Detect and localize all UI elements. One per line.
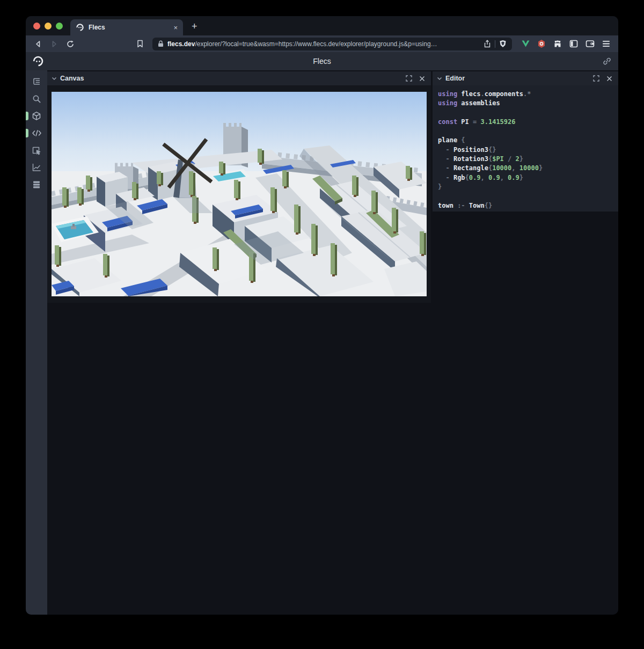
canvas-panel: Canvas bbox=[47, 71, 431, 302]
editor-panel: Editor using flecs.components.*using ass… bbox=[433, 71, 618, 212]
tab-flecs[interactable]: Flecs × bbox=[70, 19, 183, 35]
fullscreen-icon[interactable] bbox=[404, 74, 414, 83]
url-path: /explorer/?local=true&wasm=https://www.f… bbox=[195, 40, 437, 48]
fullscreen-icon[interactable] bbox=[591, 74, 601, 83]
editor-code[interactable]: using flecs.components.*using assemblies… bbox=[438, 90, 613, 210]
active-indicator bbox=[26, 129, 28, 137]
url-text: flecs.dev/explorer/?local=true&wasm=http… bbox=[167, 40, 480, 48]
share-icon[interactable] bbox=[484, 40, 491, 48]
zoom-window-button[interactable] bbox=[56, 23, 63, 30]
brave-shield-icon[interactable] bbox=[499, 40, 507, 48]
sidebar-toggle-icon[interactable] bbox=[567, 38, 581, 50]
tab-close-icon[interactable]: × bbox=[173, 24, 178, 32]
editor-panel-header[interactable]: Editor bbox=[433, 71, 618, 85]
adblock-icon[interactable] bbox=[535, 38, 548, 50]
editor-panel-body[interactable]: using flecs.components.*using assemblies… bbox=[433, 85, 618, 212]
minimize-window-button[interactable] bbox=[45, 23, 52, 30]
menu-icon[interactable] bbox=[599, 38, 613, 50]
app-sidebar bbox=[26, 70, 47, 615]
browser-toolbar: flecs.dev/explorer/?local=true&wasm=http… bbox=[26, 35, 618, 52]
tab-title: Flecs bbox=[89, 24, 169, 31]
flecs-logo[interactable] bbox=[32, 55, 44, 67]
extensions-puzzle-icon[interactable] bbox=[551, 38, 565, 50]
app-body: Canvas bbox=[26, 70, 618, 615]
urlbar-divider bbox=[495, 40, 495, 48]
url-bar[interactable]: flecs.dev/explorer/?local=true&wasm=http… bbox=[152, 38, 512, 50]
chevron-down-icon[interactable] bbox=[52, 77, 57, 81]
canvas-panel-header[interactable]: Canvas bbox=[47, 71, 431, 85]
sidebar-item-outliner[interactable] bbox=[28, 75, 45, 89]
back-icon[interactable] bbox=[31, 38, 45, 50]
active-indicator bbox=[26, 112, 28, 120]
reload-icon[interactable] bbox=[63, 38, 77, 50]
lock-icon bbox=[158, 40, 164, 47]
flecs-favicon bbox=[76, 23, 84, 32]
new-tab-button[interactable]: + bbox=[192, 19, 197, 33]
vue-devtools-icon[interactable] bbox=[518, 38, 532, 50]
panel-area: Canvas bbox=[47, 70, 618, 615]
sidebar-item-inspector-pointer[interactable] bbox=[28, 143, 45, 157]
bookmark-icon[interactable] bbox=[133, 38, 147, 50]
url-domain: flecs.dev bbox=[167, 40, 195, 48]
forward-icon[interactable] bbox=[47, 38, 61, 50]
close-window-button[interactable] bbox=[33, 23, 40, 30]
canvas-panel-title: Canvas bbox=[60, 75, 401, 82]
app-header: Flecs bbox=[26, 52, 618, 70]
chevron-down-icon[interactable] bbox=[437, 77, 442, 81]
wallet-icon[interactable] bbox=[583, 38, 597, 50]
tab-strip: Flecs × + bbox=[26, 16, 618, 35]
editor-panel-title: Editor bbox=[445, 75, 588, 82]
3d-town-viewport[interactable] bbox=[52, 92, 427, 296]
close-icon[interactable] bbox=[417, 74, 427, 83]
sidebar-item-stats-chart[interactable] bbox=[28, 161, 45, 174]
sidebar-item-canvas-cube[interactable] bbox=[28, 109, 45, 123]
sidebar-item-tables-rows[interactable] bbox=[28, 178, 45, 192]
page-title: Flecs bbox=[26, 57, 618, 65]
browser-window: Flecs × + flecs.dev/explorer/?local=true… bbox=[26, 16, 618, 615]
share-link-icon[interactable] bbox=[602, 56, 612, 66]
close-icon[interactable] bbox=[604, 74, 614, 83]
window-controls bbox=[26, 16, 70, 35]
canvas-panel-body bbox=[47, 85, 431, 303]
sidebar-item-editor-code[interactable] bbox=[28, 126, 45, 140]
sidebar-item-search[interactable] bbox=[28, 92, 45, 106]
